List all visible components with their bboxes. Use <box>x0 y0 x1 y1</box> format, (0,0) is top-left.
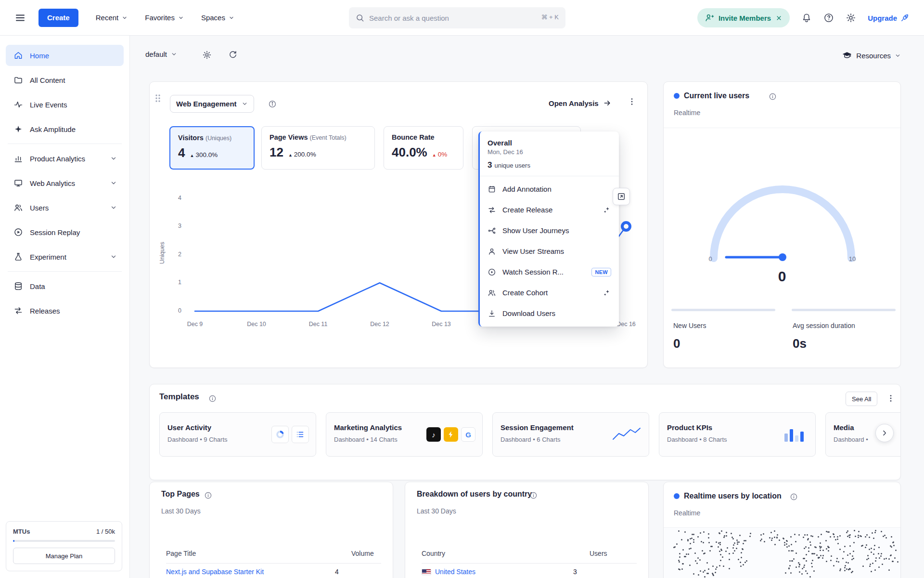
see-all-button[interactable]: See All <box>846 392 877 406</box>
info-icon[interactable] <box>208 394 217 403</box>
favorites-menu[interactable]: Favorites <box>145 13 184 22</box>
country-link[interactable]: United States <box>435 568 475 576</box>
live-indicator-dot <box>674 93 680 99</box>
web-engagement-selector[interactable]: Web Engagement <box>170 95 254 113</box>
kebab-menu-icon[interactable] <box>627 97 637 106</box>
metric-card-visitors[interactable]: Visitors (Uniques) 4▲300.0% <box>169 126 255 170</box>
recent-menu[interactable]: Recent <box>96 13 128 22</box>
top-pages-card: Top Pages Last 30 Days Page Title Volume… <box>149 482 393 578</box>
sidebar-item-all-content[interactable]: All Content <box>6 69 124 91</box>
search-input[interactable] <box>349 7 565 28</box>
sidebar-item-ask-amplitude[interactable]: Ask Amplitude <box>6 118 124 140</box>
metric-sublabel: (Uniques) <box>205 135 231 142</box>
ai-sparkle-icon <box>603 206 611 214</box>
upgrade-button[interactable]: Upgrade <box>868 13 910 23</box>
expand-chart-icon[interactable] <box>613 188 630 205</box>
menu-item-create-cohort[interactable]: Create Cohort <box>480 282 619 303</box>
menu-item-watch-session-replay[interactable]: Watch Session R... NEW <box>480 262 619 282</box>
carousel-next-button[interactable] <box>875 424 894 442</box>
global-search: ⌘ + K <box>349 7 565 28</box>
sidebar-item-data[interactable]: Data <box>6 276 124 297</box>
template-subtitle: Dashboard • 9 Charts <box>167 436 228 443</box>
template-title: User Activity <box>167 423 211 432</box>
sidebar-item-label: Data <box>30 282 45 290</box>
metric-card-bounce-rate[interactable]: Bounce Rate 40.0%▲0% <box>384 126 463 170</box>
templates-title: Templates <box>159 392 199 402</box>
invite-members-button[interactable]: Invite Members <box>697 8 790 27</box>
spaces-menu[interactable]: Spaces <box>201 13 234 22</box>
sidebar-item-releases[interactable]: Releases <box>6 300 124 321</box>
drag-handle[interactable] <box>154 93 161 103</box>
top-navbar: Create Recent Favorites Spaces ⌘ + K Inv… <box>0 0 924 36</box>
metric-value: 40.0% <box>392 145 427 160</box>
us-flag-icon <box>422 569 431 575</box>
ads-logo-icon <box>444 427 458 442</box>
template-card-marketing-analytics[interactable]: Marketing Analytics Dashboard • 14 Chart… <box>326 412 483 457</box>
sidebar-item-product-analytics[interactable]: Product Analytics <box>6 148 124 169</box>
popover-count-suffix: unique users <box>494 162 530 169</box>
mtus-progress-bar <box>13 540 115 542</box>
template-card-user-activity[interactable]: User Activity Dashboard • 9 Charts <box>159 412 316 457</box>
template-subtitle: Dashboard • <box>834 436 868 443</box>
template-card-session-engagement[interactable]: Session Engagement Dashboard • 6 Charts <box>492 412 649 457</box>
info-icon[interactable] <box>790 493 798 501</box>
new-users-value: 0 <box>673 336 680 351</box>
table-row[interactable]: United States 3 <box>422 568 637 576</box>
column-header-country: Country <box>422 550 445 557</box>
refresh-icon[interactable] <box>228 50 238 60</box>
template-card-product-kpis[interactable]: Product KPIs Dashboard • 8 Charts <box>659 412 816 457</box>
sidebar-item-experiment[interactable]: Experiment <box>6 246 124 267</box>
x-tick: Dec 12 <box>370 321 389 328</box>
sidebar-item-label: All Content <box>30 76 65 84</box>
sidebar-item-live-events[interactable]: Live Events <box>6 94 124 115</box>
info-icon[interactable] <box>529 491 538 499</box>
y-tick: 4 <box>166 195 181 201</box>
manage-plan-button[interactable]: Manage Plan <box>13 548 115 564</box>
table-row[interactable]: Next.js and Supabase Starter Kit 4 <box>166 568 381 576</box>
sidebar-item-home[interactable]: Home <box>6 45 124 66</box>
users-value: 3 <box>573 568 577 576</box>
highlighted-data-point[interactable] <box>621 221 631 232</box>
realtime-location-title: Realtime users by location <box>684 492 782 500</box>
menu-item-view-user-streams[interactable]: View User Streams <box>480 241 619 262</box>
template-title: Product KPIs <box>667 423 712 432</box>
settings-gear-icon[interactable] <box>846 13 856 23</box>
info-icon[interactable] <box>268 100 277 108</box>
dashboard-settings-gear-icon[interactable] <box>202 50 212 60</box>
sidebar-item-label: Releases <box>30 307 60 315</box>
menu-item-add-annotation[interactable]: Add Annotation <box>480 179 619 199</box>
page-link[interactable]: Next.js and Supabase Starter Kit <box>166 568 264 576</box>
metric-card-page-views[interactable]: Page Views (Event Totals) 12▲200.0% <box>261 126 375 170</box>
notifications-bell-icon[interactable] <box>801 13 812 23</box>
mtus-usage-panel: MTUs 1 / 50k Manage Plan <box>6 521 122 571</box>
rocket-icon <box>900 13 910 23</box>
chevron-down-icon <box>178 15 184 21</box>
play-circle-icon <box>488 268 496 276</box>
hamburger-menu-icon[interactable] <box>14 12 26 24</box>
menu-item-download-users[interactable]: Download Users <box>480 303 619 324</box>
country-breakdown-card: Breakdown of users by country Last 30 Da… <box>405 482 649 578</box>
column-header-users: Users <box>590 550 607 557</box>
info-icon[interactable] <box>204 491 212 499</box>
mtus-label: MTUs <box>13 528 30 535</box>
sidebar-item-users[interactable]: Users <box>6 197 124 218</box>
pulse-icon <box>13 100 23 109</box>
world-dot-map <box>664 528 900 578</box>
sidebar-item-web-analytics[interactable]: Web Analytics <box>6 172 124 194</box>
resources-menu[interactable]: Resources <box>842 50 901 61</box>
kebab-menu-icon[interactable] <box>886 394 896 403</box>
create-button[interactable]: Create <box>38 9 78 27</box>
menu-item-show-user-journeys[interactable]: Show User Journeys <box>480 220 619 241</box>
sidebar-item-session-replay[interactable]: Session Replay <box>6 222 124 243</box>
close-icon[interactable] <box>775 14 783 22</box>
person-plus-icon <box>705 13 714 23</box>
info-icon[interactable] <box>769 92 777 101</box>
home-icon <box>13 51 23 60</box>
open-analysis-link[interactable]: Open Analysis <box>549 99 612 107</box>
realtime-location-header: Realtime users by location Realtime <box>664 482 900 528</box>
journeys-flow-icon <box>488 226 496 235</box>
y-axis-title: Uniques <box>159 234 166 272</box>
dashboard-selector[interactable]: default <box>145 50 177 58</box>
menu-item-create-release[interactable]: Create Release <box>480 199 619 220</box>
help-icon[interactable] <box>823 13 834 23</box>
